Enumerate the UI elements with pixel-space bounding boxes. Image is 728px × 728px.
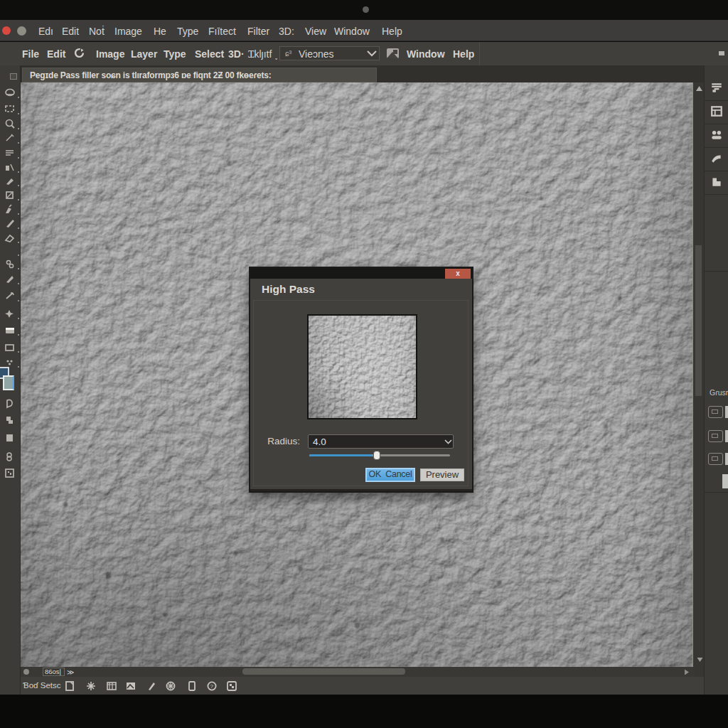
svg-text:?: ?: [210, 683, 214, 690]
